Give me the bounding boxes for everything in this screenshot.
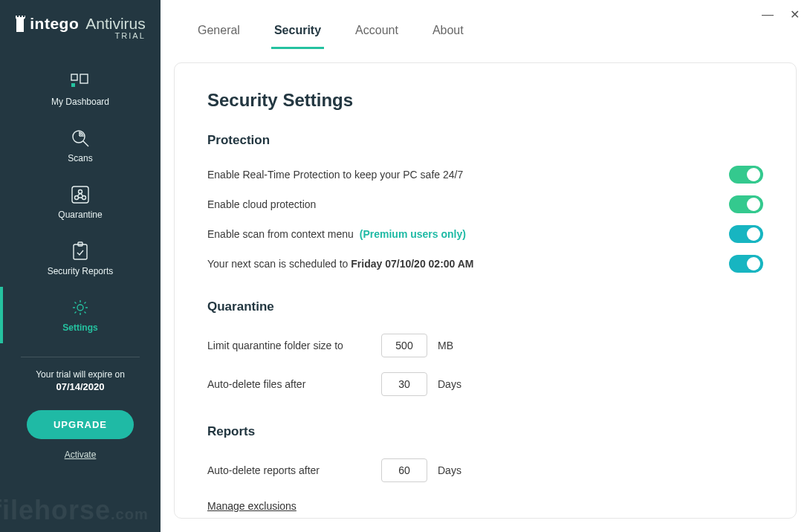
scan-icon bbox=[70, 128, 91, 149]
reports-icon bbox=[70, 241, 91, 262]
svg-rect-1 bbox=[80, 74, 88, 83]
row-label: Enable cloud protection bbox=[207, 198, 316, 210]
quarantine-limit-label: Limit quarantine folder size to bbox=[207, 340, 371, 351]
close-button[interactable]: ✕ bbox=[790, 9, 800, 21]
svg-rect-0 bbox=[71, 74, 77, 80]
reports-autodel-label: Auto-delete reports after bbox=[207, 464, 371, 476]
row-label-text: Enable scan from context menu bbox=[207, 228, 354, 240]
trial-expire-date: 07/14/2020 bbox=[36, 381, 125, 392]
toggle-next-scan[interactable] bbox=[729, 255, 763, 273]
svg-line-4 bbox=[83, 141, 88, 146]
app-window: — ✕ intego Antivirus TRIAL My Dashboard bbox=[0, 0, 810, 532]
castle-icon bbox=[15, 16, 25, 32]
watermark-text: filehorse bbox=[0, 495, 111, 525]
quarantine-autodel-unit: Days bbox=[438, 378, 461, 390]
brand-name-1: intego bbox=[30, 15, 79, 33]
sidebar-item-reports[interactable]: Security Reports bbox=[0, 230, 161, 287]
svg-rect-9 bbox=[74, 244, 87, 259]
quarantine-autodel-input[interactable] bbox=[381, 372, 427, 396]
main-area: General Security Account About Security … bbox=[161, 0, 810, 532]
quarantine-autodel-label: Auto-delete files after bbox=[207, 378, 371, 390]
tab-general[interactable]: General bbox=[196, 24, 242, 49]
sidebar-label: Security Reports bbox=[48, 266, 114, 276]
manage-exclusions-link[interactable]: Manage exclusions bbox=[207, 500, 297, 512]
row-quarantine-autodelete: Auto-delete files after Days bbox=[207, 365, 763, 403]
row-reports-autodelete: Auto-delete reports after Days bbox=[207, 451, 763, 490]
brand-logo: intego Antivirus TRIAL bbox=[15, 15, 146, 40]
brand-trial-tag: TRIAL bbox=[115, 31, 146, 40]
window-controls: — ✕ bbox=[762, 9, 800, 21]
svg-rect-2 bbox=[71, 83, 75, 87]
quarantine-icon bbox=[70, 184, 91, 205]
brand-name-2: Antivirus bbox=[85, 15, 146, 33]
section-protection-heading: Protection bbox=[207, 133, 763, 148]
section-quarantine-heading: Quarantine bbox=[207, 299, 763, 314]
svg-rect-5 bbox=[72, 186, 88, 203]
sidebar-item-scans[interactable]: Scans bbox=[0, 117, 161, 174]
minimize-button[interactable]: — bbox=[762, 9, 774, 21]
page-title: Security Settings bbox=[207, 90, 763, 111]
row-context-menu-scan: Enable scan from context menu (Premium u… bbox=[207, 219, 763, 249]
reports-autodel-unit: Days bbox=[438, 464, 461, 476]
sidebar-item-settings[interactable]: Settings bbox=[0, 287, 161, 343]
settings-card: Security Settings Protection Enable Real… bbox=[174, 62, 797, 519]
sidebar-nav: My Dashboard Scans Quarantine Security R… bbox=[0, 61, 161, 343]
toggle-realtime-protection[interactable] bbox=[729, 166, 763, 184]
activate-link[interactable]: Activate bbox=[65, 450, 97, 460]
next-scan-prefix: Your next scan is scheduled to bbox=[207, 258, 351, 270]
quarantine-limit-unit: MB bbox=[438, 340, 453, 351]
trial-expire-label: Your trial will expire on bbox=[36, 369, 125, 380]
section-reports-heading: Reports bbox=[207, 424, 763, 439]
tab-security[interactable]: Security bbox=[273, 24, 323, 49]
next-scan-date: Friday 07/10/20 02:00 AM bbox=[351, 258, 473, 270]
sidebar-label: Settings bbox=[62, 322, 97, 333]
settings-icon bbox=[70, 297, 91, 318]
sidebar-label: My Dashboard bbox=[51, 97, 109, 107]
row-label: Enable Real-Time Protection to keep your… bbox=[207, 169, 463, 181]
toggle-context-menu-scan[interactable] bbox=[729, 225, 763, 243]
watermark-com: .com bbox=[111, 506, 149, 522]
row-cloud-protection: Enable cloud protection bbox=[207, 189, 763, 219]
dashboard-icon bbox=[70, 71, 91, 92]
sidebar-label: Quarantine bbox=[58, 210, 102, 220]
sidebar-label: Scans bbox=[68, 153, 92, 163]
watermark: filehorse.com bbox=[0, 495, 149, 526]
tab-account[interactable]: Account bbox=[354, 24, 400, 49]
reports-autodel-input[interactable] bbox=[381, 458, 427, 482]
sidebar-divider bbox=[21, 357, 140, 357]
row-next-scan: Your next scan is scheduled to Friday 07… bbox=[207, 249, 763, 279]
toggle-cloud-protection[interactable] bbox=[729, 195, 763, 213]
trial-info: Your trial will expire on 07/14/2020 bbox=[36, 369, 125, 392]
tab-about[interactable]: About bbox=[431, 24, 465, 49]
tabs: General Security Account About bbox=[174, 0, 797, 49]
premium-hint: (Premium users only) bbox=[360, 228, 466, 240]
sidebar-item-dashboard[interactable]: My Dashboard bbox=[0, 61, 161, 117]
row-quarantine-limit: Limit quarantine folder size to MB bbox=[207, 326, 763, 365]
row-label: Your next scan is scheduled to Friday 07… bbox=[207, 258, 474, 270]
svg-point-6 bbox=[79, 190, 82, 194]
quarantine-limit-input[interactable] bbox=[381, 334, 427, 357]
upgrade-button[interactable]: UPGRADE bbox=[27, 410, 134, 439]
svg-point-7 bbox=[75, 196, 79, 200]
row-label: Enable scan from context menu (Premium u… bbox=[207, 228, 466, 240]
sidebar: intego Antivirus TRIAL My Dashboard Scan… bbox=[0, 0, 161, 532]
row-realtime-protection: Enable Real-Time Protection to keep your… bbox=[207, 160, 763, 189]
svg-point-8 bbox=[82, 196, 86, 200]
svg-point-11 bbox=[77, 305, 83, 311]
sidebar-item-quarantine[interactable]: Quarantine bbox=[0, 174, 161, 230]
